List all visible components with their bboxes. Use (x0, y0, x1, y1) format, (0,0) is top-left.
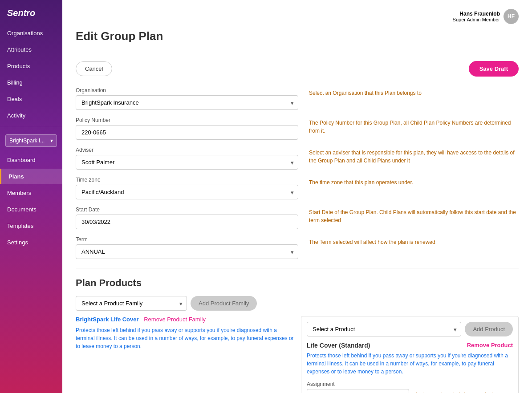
term-hint: The Term selected will affect how the pl… (309, 236, 519, 246)
section-divider (76, 268, 519, 268)
product-family-select[interactable]: Select a Product Family (76, 296, 187, 311)
product-card-header: Life Cover (Standard) Remove Product (307, 342, 513, 349)
timezone-row: Time zone Pacific/Auckland ▾ The time zo… (76, 177, 519, 199)
sidebar-item-products[interactable]: Products (0, 58, 62, 74)
product-family-select-wrapper: Select a Product Family ▾ (76, 296, 187, 311)
products-left: BrightSpark Life Cover Remove Product Fa… (76, 316, 294, 393)
product-select[interactable]: Select a Product (307, 322, 461, 336)
start-date-hint: Start Date of the Group Plan. Child Plan… (309, 207, 519, 224)
policy-number-hint-text: The Policy Number for this Group Plan, a… (309, 120, 511, 134)
term-field: Term ANNUAL ▾ (76, 236, 298, 259)
cancel-button[interactable]: Cancel (76, 61, 112, 76)
start-date-input[interactable] (76, 215, 298, 229)
term-select[interactable]: ANNUAL (76, 244, 298, 259)
sidebar-item-organisations[interactable]: Organisations (0, 25, 62, 41)
policy-number-hint: The Policy Number for this Group Plan, a… (309, 117, 519, 135)
adviser-hint: Select an adviser that is responsible fo… (309, 147, 519, 165)
sidebar-item-attributes[interactable]: Attributes (0, 42, 62, 57)
organisation-select-wrapper: BrightSpark Insurance ▾ (76, 95, 298, 110)
add-product-button[interactable]: Add Product (465, 322, 513, 336)
avatar: HF (504, 9, 519, 24)
app-logo: Sentro (0, 0, 62, 25)
start-date-field: Start Date (76, 207, 298, 229)
timezone-select-wrapper: Pacific/Auckland ▾ (76, 185, 298, 199)
sidebar: Sentro Organisations Attributes Products… (0, 0, 62, 393)
product-family-info: BrightSpark Life Cover Remove Product Fa… (76, 316, 294, 323)
plan-products-title: Plan Products (76, 277, 519, 289)
org-selector-arrow: ▾ (50, 138, 53, 144)
organisation-hint-text: Select an Organisation that this Plan be… (309, 90, 422, 96)
assignment-hint: Assignment controls how products are ass… (414, 389, 513, 393)
product-family-description: Protects those left behind if you pass a… (76, 326, 294, 350)
sidebar-item-dashboard[interactable]: Dashboard (0, 152, 62, 168)
sidebar-nav: Organisations Attributes Products Billin… (0, 25, 62, 123)
adviser-select[interactable]: Scott Palmer (76, 155, 298, 170)
timezone-hint-text: The time zone that this plan operates un… (309, 179, 413, 186)
assignment-label: Assignment (307, 381, 513, 387)
organisation-hint: Select an Organisation that this Plan be… (309, 87, 519, 97)
page-header: Edit Group Plan (76, 29, 519, 50)
sidebar-item-settings[interactable]: Settings (0, 235, 62, 250)
sidebar-section: Dashboard Plans Members Documents Templa… (0, 152, 62, 250)
product-family-row: Select a Product Family ▾ Add Product Fa… (76, 296, 519, 311)
sidebar-item-billing[interactable]: Billing (0, 75, 62, 90)
adviser-row: Adviser Scott Palmer ▾ Select an adviser… (76, 147, 519, 170)
assignment-select[interactable]: DEFAULT (307, 389, 409, 393)
assignment-group: Assignment DEFAULT ▾ Assignment controls… (307, 381, 513, 393)
term-label: Term (76, 236, 298, 243)
sidebar-divider (0, 127, 62, 127)
main-content: Hans Frauenlob Super Admin Member HF Edi… (62, 0, 532, 393)
adviser-label: Adviser (76, 147, 298, 153)
add-product-family-button[interactable]: Add Product Family (191, 296, 257, 311)
user-text: Hans Frauenlob Super Admin Member (453, 11, 500, 22)
adviser-field: Adviser Scott Palmer ▾ (76, 147, 298, 170)
products-right: Select a Product ▾ Add Product Life Cove… (301, 316, 519, 393)
start-date-label: Start Date (76, 207, 298, 213)
sidebar-item-members[interactable]: Members (0, 185, 62, 201)
organisation-label: Organisation (76, 87, 298, 93)
adviser-hint-text: Select an adviser that is responsible fo… (309, 150, 515, 164)
organisation-row: Organisation BrightSpark Insurance ▾ Sel… (76, 87, 519, 110)
user-role: Super Admin Member (453, 17, 500, 22)
timezone-label: Time zone (76, 177, 298, 183)
assignment-select-wrap: DEFAULT ▾ (307, 389, 409, 393)
remove-product-family-link[interactable]: Remove Product Family (144, 316, 206, 323)
policy-number-input[interactable] (76, 125, 298, 140)
policy-number-row: Policy Number The Policy Number for this… (76, 117, 519, 140)
assignment-field-with-hint: DEFAULT ▾ Assignment controls how produc… (307, 389, 513, 393)
policy-number-label: Policy Number (76, 117, 298, 123)
timezone-select[interactable]: Pacific/Auckland (76, 185, 298, 199)
product-card-description: Protects those left behind if you pass a… (307, 352, 513, 376)
org-selector-value: BrightSpark I... (9, 138, 45, 144)
sidebar-item-activity[interactable]: Activity (0, 108, 62, 123)
page-title: Edit Group Plan (76, 29, 163, 43)
user-name: Hans Frauenlob (453, 11, 500, 17)
adviser-select-wrapper: Scott Palmer ▾ (76, 155, 298, 170)
sidebar-item-plans[interactable]: Plans (0, 169, 62, 184)
user-info: Hans Frauenlob Super Admin Member HF (453, 9, 519, 24)
product-select-row: Select a Product ▾ Add Product (307, 322, 513, 336)
product-select-wrapper: Select a Product ▾ (307, 322, 461, 336)
product-card: Life Cover (Standard) Remove Product Pro… (307, 342, 513, 393)
product-family-name: BrightSpark Life Cover (76, 316, 139, 323)
sidebar-item-templates[interactable]: Templates (0, 218, 62, 234)
start-date-hint-text: Start Date of the Group Plan. Child Plan… (309, 209, 516, 223)
products-columns: BrightSpark Life Cover Remove Product Fa… (76, 316, 519, 393)
product-card-title: Life Cover (Standard) (307, 342, 370, 349)
save-draft-button[interactable]: Save Draft (469, 61, 519, 77)
remove-product-link[interactable]: Remove Product (467, 342, 513, 349)
term-row: Term ANNUAL ▾ The Term selected will aff… (76, 236, 519, 259)
start-date-row: Start Date Start Date of the Group Plan.… (76, 207, 519, 229)
organisation-field: Organisation BrightSpark Insurance ▾ (76, 87, 298, 110)
organisation-select[interactable]: BrightSpark Insurance (76, 95, 298, 110)
timezone-hint: The time zone that this plan operates un… (309, 177, 519, 186)
term-select-wrapper: ANNUAL ▾ (76, 244, 298, 259)
org-selector[interactable]: BrightSpark I... ▾ (5, 134, 57, 147)
term-hint-text: The Term selected will affect how the pl… (309, 239, 437, 245)
sidebar-item-deals[interactable]: Deals (0, 91, 62, 107)
sidebar-item-documents[interactable]: Documents (0, 202, 62, 217)
policy-number-field: Policy Number (76, 117, 298, 140)
timezone-field: Time zone Pacific/Auckland ▾ (76, 177, 298, 199)
